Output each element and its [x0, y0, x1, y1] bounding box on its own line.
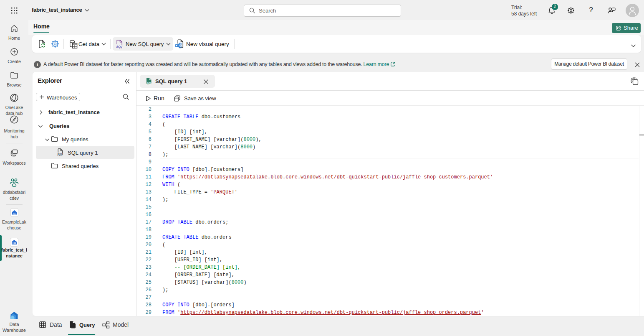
- svg-text:SQL: SQL: [116, 45, 122, 48]
- svg-text:SQL: SQL: [146, 81, 152, 84]
- svg-text:SQL: SQL: [57, 153, 63, 156]
